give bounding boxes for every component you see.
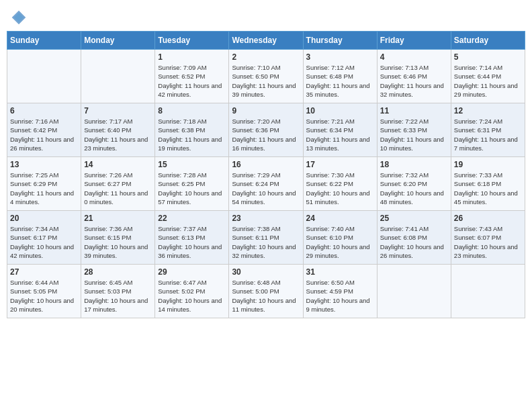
calendar-cell: 7Sunrise: 7:17 AM Sunset: 6:40 PM Daylig… <box>81 103 155 157</box>
calendar-cell: 28Sunrise: 6:45 AM Sunset: 5:03 PM Dayli… <box>81 265 155 318</box>
day-number: 26 <box>454 214 522 223</box>
day-detail: Sunrise: 7:10 AM Sunset: 6:50 PM Dayligh… <box>232 63 300 99</box>
day-detail: Sunrise: 7:13 AM Sunset: 6:46 PM Dayligh… <box>380 63 448 99</box>
day-number: 12 <box>454 106 522 116</box>
calendar-week-row: 13Sunrise: 7:25 AM Sunset: 6:29 PM Dayli… <box>7 157 525 211</box>
page-header <box>7 7 525 26</box>
calendar-cell: 3Sunrise: 7:12 AM Sunset: 6:48 PM Daylig… <box>303 50 377 103</box>
day-number: 9 <box>232 106 300 116</box>
day-detail: Sunrise: 7:12 AM Sunset: 6:48 PM Dayligh… <box>306 63 374 99</box>
day-detail: Sunrise: 7:29 AM Sunset: 6:24 PM Dayligh… <box>232 171 300 206</box>
day-number: 21 <box>84 214 152 223</box>
day-number: 24 <box>306 214 374 223</box>
calendar-cell: 24Sunrise: 7:40 AM Sunset: 6:10 PM Dayli… <box>303 211 377 265</box>
day-detail: Sunrise: 7:09 AM Sunset: 6:52 PM Dayligh… <box>158 63 226 99</box>
calendar-cell: 9Sunrise: 7:20 AM Sunset: 6:36 PM Daylig… <box>229 103 303 157</box>
calendar-cell: 1Sunrise: 7:09 AM Sunset: 6:52 PM Daylig… <box>155 50 229 103</box>
calendar-header-tuesday: Tuesday <box>155 32 229 50</box>
day-number: 8 <box>158 106 226 116</box>
day-number: 17 <box>306 160 374 169</box>
calendar-table: SundayMondayTuesdayWednesdayThursdayFrid… <box>7 31 525 318</box>
calendar-cell: 6Sunrise: 7:16 AM Sunset: 6:42 PM Daylig… <box>7 103 81 157</box>
calendar-cell: 2Sunrise: 7:10 AM Sunset: 6:50 PM Daylig… <box>229 50 303 103</box>
day-detail: Sunrise: 7:22 AM Sunset: 6:33 PM Dayligh… <box>380 117 448 152</box>
calendar-cell <box>81 50 155 103</box>
day-number: 25 <box>380 214 448 223</box>
calendar-body: 1Sunrise: 7:09 AM Sunset: 6:52 PM Daylig… <box>7 50 525 318</box>
calendar-week-row: 27Sunrise: 6:44 AM Sunset: 5:05 PM Dayli… <box>7 265 525 318</box>
calendar-cell: 8Sunrise: 7:18 AM Sunset: 6:38 PM Daylig… <box>155 103 229 157</box>
day-detail: Sunrise: 7:26 AM Sunset: 6:27 PM Dayligh… <box>84 171 152 206</box>
day-number: 15 <box>158 160 226 169</box>
calendar-cell: 29Sunrise: 6:47 AM Sunset: 5:02 PM Dayli… <box>155 265 229 318</box>
day-number: 14 <box>84 160 152 169</box>
calendar-cell: 19Sunrise: 7:33 AM Sunset: 6:18 PM Dayli… <box>451 157 525 211</box>
calendar-cell: 10Sunrise: 7:21 AM Sunset: 6:34 PM Dayli… <box>303 103 377 157</box>
day-number: 22 <box>158 214 226 223</box>
calendar-cell: 22Sunrise: 7:37 AM Sunset: 6:13 PM Dayli… <box>155 211 229 265</box>
day-number: 28 <box>84 267 152 277</box>
day-number: 2 <box>232 52 300 62</box>
calendar-cell: 25Sunrise: 7:41 AM Sunset: 6:08 PM Dayli… <box>377 211 451 265</box>
day-detail: Sunrise: 6:47 AM Sunset: 5:02 PM Dayligh… <box>158 278 226 314</box>
day-detail: Sunrise: 7:25 AM Sunset: 6:29 PM Dayligh… <box>10 171 78 206</box>
day-detail: Sunrise: 6:50 AM Sunset: 4:59 PM Dayligh… <box>306 278 374 314</box>
calendar-cell: 20Sunrise: 7:34 AM Sunset: 6:17 PM Dayli… <box>7 211 81 265</box>
day-detail: Sunrise: 7:32 AM Sunset: 6:20 PM Dayligh… <box>380 171 448 206</box>
day-detail: Sunrise: 7:24 AM Sunset: 6:31 PM Dayligh… <box>454 117 522 152</box>
day-detail: Sunrise: 7:41 AM Sunset: 6:08 PM Dayligh… <box>380 224 448 260</box>
day-detail: Sunrise: 7:14 AM Sunset: 6:44 PM Dayligh… <box>454 63 522 99</box>
calendar-cell: 4Sunrise: 7:13 AM Sunset: 6:46 PM Daylig… <box>377 50 451 103</box>
logo-icon <box>11 9 27 26</box>
calendar-header-row: SundayMondayTuesdayWednesdayThursdayFrid… <box>7 32 525 50</box>
calendar-cell: 27Sunrise: 6:44 AM Sunset: 5:05 PM Dayli… <box>7 265 81 318</box>
calendar-header-saturday: Saturday <box>451 32 525 50</box>
calendar-cell: 31Sunrise: 6:50 AM Sunset: 4:59 PM Dayli… <box>303 265 377 318</box>
calendar-cell: 23Sunrise: 7:38 AM Sunset: 6:11 PM Dayli… <box>229 211 303 265</box>
calendar-week-row: 6Sunrise: 7:16 AM Sunset: 6:42 PM Daylig… <box>7 103 525 157</box>
day-number: 3 <box>306 52 374 62</box>
day-detail: Sunrise: 7:30 AM Sunset: 6:22 PM Dayligh… <box>306 171 374 206</box>
day-detail: Sunrise: 6:45 AM Sunset: 5:03 PM Dayligh… <box>84 278 152 314</box>
logo <box>9 9 30 26</box>
calendar-cell: 30Sunrise: 6:48 AM Sunset: 5:00 PM Dayli… <box>229 265 303 318</box>
calendar-week-row: 1Sunrise: 7:09 AM Sunset: 6:52 PM Daylig… <box>7 50 525 103</box>
day-number: 13 <box>10 160 78 169</box>
day-detail: Sunrise: 7:37 AM Sunset: 6:13 PM Dayligh… <box>158 224 226 260</box>
calendar-header-wednesday: Wednesday <box>229 32 303 50</box>
day-detail: Sunrise: 7:43 AM Sunset: 6:07 PM Dayligh… <box>454 224 522 260</box>
day-number: 7 <box>84 106 152 116</box>
calendar-cell: 13Sunrise: 7:25 AM Sunset: 6:29 PM Dayli… <box>7 157 81 211</box>
calendar-cell: 21Sunrise: 7:36 AM Sunset: 6:15 PM Dayli… <box>81 211 155 265</box>
day-number: 19 <box>454 160 522 169</box>
day-number: 1 <box>158 52 226 62</box>
calendar-cell <box>451 265 525 318</box>
day-detail: Sunrise: 7:34 AM Sunset: 6:17 PM Dayligh… <box>10 224 78 260</box>
calendar-cell: 15Sunrise: 7:28 AM Sunset: 6:25 PM Dayli… <box>155 157 229 211</box>
day-detail: Sunrise: 7:21 AM Sunset: 6:34 PM Dayligh… <box>306 117 374 152</box>
day-detail: Sunrise: 7:38 AM Sunset: 6:11 PM Dayligh… <box>232 224 300 260</box>
day-number: 27 <box>10 267 78 277</box>
day-number: 6 <box>10 106 78 116</box>
day-detail: Sunrise: 7:20 AM Sunset: 6:36 PM Dayligh… <box>232 117 300 152</box>
day-detail: Sunrise: 7:40 AM Sunset: 6:10 PM Dayligh… <box>306 224 374 260</box>
calendar-cell: 18Sunrise: 7:32 AM Sunset: 6:20 PM Dayli… <box>377 157 451 211</box>
day-detail: Sunrise: 7:36 AM Sunset: 6:15 PM Dayligh… <box>84 224 152 260</box>
day-number: 18 <box>380 160 448 169</box>
calendar-header-sunday: Sunday <box>7 32 81 50</box>
day-number: 31 <box>306 267 374 277</box>
calendar-cell: 11Sunrise: 7:22 AM Sunset: 6:33 PM Dayli… <box>377 103 451 157</box>
calendar-cell: 12Sunrise: 7:24 AM Sunset: 6:31 PM Dayli… <box>451 103 525 157</box>
calendar-cell <box>7 50 81 103</box>
calendar-cell: 16Sunrise: 7:29 AM Sunset: 6:24 PM Dayli… <box>229 157 303 211</box>
calendar-cell: 14Sunrise: 7:26 AM Sunset: 6:27 PM Dayli… <box>81 157 155 211</box>
calendar-header-thursday: Thursday <box>303 32 377 50</box>
calendar-cell <box>377 265 451 318</box>
day-detail: Sunrise: 7:33 AM Sunset: 6:18 PM Dayligh… <box>454 171 522 206</box>
day-number: 30 <box>232 267 300 277</box>
day-number: 5 <box>454 52 522 62</box>
calendar-header-monday: Monday <box>81 32 155 50</box>
day-detail: Sunrise: 7:18 AM Sunset: 6:38 PM Dayligh… <box>158 117 226 152</box>
day-number: 23 <box>232 214 300 223</box>
calendar-cell: 17Sunrise: 7:30 AM Sunset: 6:22 PM Dayli… <box>303 157 377 211</box>
